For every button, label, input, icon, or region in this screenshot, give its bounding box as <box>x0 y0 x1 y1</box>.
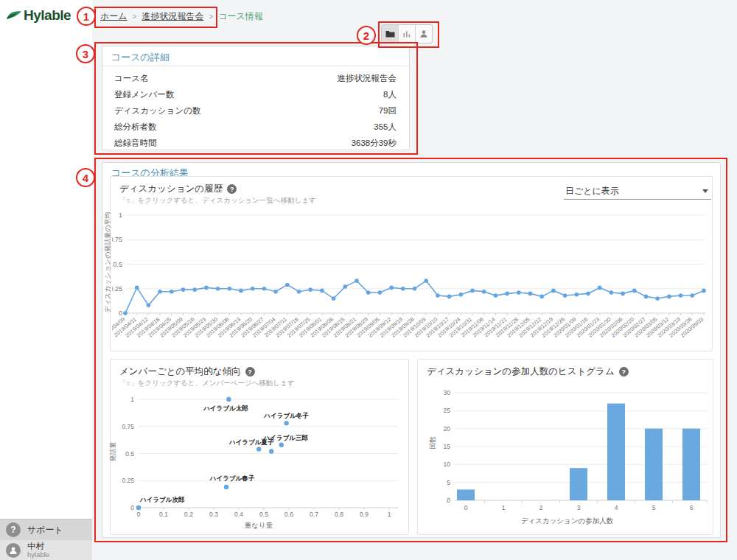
folder-view-button[interactable] <box>382 25 399 43</box>
bar-chart-icon <box>402 29 411 38</box>
help-icon[interactable] <box>619 367 629 377</box>
detail-row-recording-time: 総録音時間 3638分39秒 <box>114 138 397 153</box>
display-unit-value: 日ごとに表示 <box>565 185 619 197</box>
scatter-ylabel: 発話量 <box>108 442 118 462</box>
detail-row-discussions: ディスカッションの数 79回 <box>114 105 397 120</box>
member-view-button[interactable] <box>416 25 432 43</box>
help-icon[interactable] <box>227 184 237 194</box>
detail-row-members: 登録メンバー数 8人 <box>114 89 397 104</box>
breadcrumb-separator: > <box>209 13 213 21</box>
discussion-history-card: ディスカッションの履歴 「○」をクリックすると、ディスカッション一覧へ移動します… <box>110 176 713 351</box>
svg-text:0.5: 0.5 <box>113 261 122 268</box>
svg-text:0.75: 0.75 <box>122 423 134 430</box>
participants-histogram-title: ディスカッションの参加人数のヒストグラム <box>427 365 615 378</box>
histogram-ylabel: 回数 <box>428 436 438 449</box>
member-tendency-title: メンバーごとの平均的な傾向 <box>119 365 241 378</box>
detail-label: 総録音時間 <box>114 138 157 149</box>
svg-text:15: 15 <box>444 443 451 450</box>
screen: Hylable ? サポート 中村 hylable ホーム > 進捗状況報告会 <box>0 0 737 560</box>
svg-text:6: 6 <box>690 504 694 511</box>
svg-text:0.2: 0.2 <box>184 511 193 518</box>
sidebar-bottom: ? サポート 中村 hylable <box>0 519 92 560</box>
detail-value: 進捗状況報告会 <box>338 73 397 84</box>
help-icon[interactable] <box>245 367 255 377</box>
participants-histogram-chart: 0510152025300123456 <box>425 377 714 514</box>
member-tendency-subtitle: 「○」をクリックすると、メンバーページへ移動します <box>119 379 295 388</box>
svg-text:ハイラブル次郎: ハイラブル次郎 <box>139 496 185 503</box>
svg-text:0.7: 0.7 <box>310 511 318 518</box>
detail-label: 登録メンバー数 <box>114 89 174 100</box>
support-label: サポート <box>27 524 63 536</box>
svg-text:0.5: 0.5 <box>125 450 134 458</box>
svg-text:ハイラブル夏子: ハイラブル夏子 <box>228 438 274 446</box>
participants-histogram-card: ディスカッションの参加人数のヒストグラム 0510152025300123456… <box>417 359 713 535</box>
svg-text:0.5: 0.5 <box>259 511 268 518</box>
chart-view-button[interactable] <box>399 25 416 43</box>
detail-row-analyzed: 総分析者数 355人 <box>114 122 397 136</box>
svg-text:0: 0 <box>464 504 468 511</box>
member-tendency-chart[interactable]: 00.250.50.75100.10.20.30.40.50.60.70.80.… <box>112 391 405 523</box>
display-unit-select[interactable]: 日ごとに表示 <box>564 183 711 200</box>
svg-text:0.3: 0.3 <box>209 511 218 518</box>
person-icon <box>419 29 428 38</box>
main-content: ホーム > 進捗状況報告会 > コース情報 <box>92 0 737 560</box>
svg-text:0.1: 0.1 <box>159 511 168 518</box>
logo-text: Hylable <box>24 7 71 24</box>
divider <box>102 66 409 66</box>
analysis-results-card: コースの分析結果 ディスカッションの履歴 「○」をクリックすると、ディスカッショ… <box>102 162 721 538</box>
svg-text:30: 30 <box>444 389 451 396</box>
breadcrumb-home[interactable]: ホーム <box>100 10 128 23</box>
svg-text:0.8: 0.8 <box>335 511 343 518</box>
detail-label: コース名 <box>114 73 149 84</box>
svg-text:20: 20 <box>444 425 451 433</box>
user-avatar-icon <box>6 543 21 558</box>
question-icon: ? <box>6 522 21 537</box>
detail-row-course-name: コース名 進捗状況報告会 <box>114 73 397 88</box>
detail-label: 総分析者数 <box>114 122 157 133</box>
svg-text:5: 5 <box>652 504 656 511</box>
breadcrumb-separator: > <box>133 13 137 21</box>
course-details-title: コースの詳細 <box>111 51 170 64</box>
line-chart-ylabel: ディスカッションの発話量の平均 <box>103 211 113 312</box>
detail-label: ディスカッションの数 <box>114 105 200 116</box>
view-toolbar <box>381 24 433 43</box>
svg-text:1: 1 <box>119 211 122 219</box>
leaf-icon <box>6 9 22 22</box>
member-tendency-card: メンバーごとの平均的な傾向 「○」をクリックすると、メンバーページへ移動します … <box>110 359 409 535</box>
svg-text:10: 10 <box>444 461 451 468</box>
breadcrumb-current: コース情報 <box>218 10 263 23</box>
svg-text:0: 0 <box>137 511 141 518</box>
chevron-down-icon <box>702 189 708 193</box>
logo[interactable]: Hylable <box>6 7 71 24</box>
sidebar-item-support[interactable]: ? サポート <box>0 519 92 540</box>
svg-text:25: 25 <box>444 407 451 414</box>
svg-text:1: 1 <box>502 504 506 511</box>
svg-text:3: 3 <box>577 504 581 511</box>
svg-text:0.4: 0.4 <box>234 511 243 518</box>
discussion-history-chart[interactable]: 00.250.50.7512019/04/092019/04/112019/04… <box>112 206 709 349</box>
svg-text:1: 1 <box>130 396 134 403</box>
scatter-xlabel: 重なり量 <box>112 521 405 531</box>
svg-text:2: 2 <box>539 504 543 511</box>
svg-text:0.25: 0.25 <box>112 285 122 293</box>
discussion-history-subtitle: 「○」をクリックすると、ディスカッション一覧へ移動します <box>119 196 316 206</box>
discussion-history-title: ディスカッションの履歴 <box>119 183 223 195</box>
svg-text:0.9: 0.9 <box>360 511 368 518</box>
sidebar-item-user[interactable]: 中村 hylable <box>0 540 92 560</box>
svg-text:ハイラブル太郎: ハイラブル太郎 <box>203 405 248 412</box>
svg-text:0: 0 <box>447 497 450 504</box>
detail-value: 79回 <box>379 105 397 116</box>
svg-text:0.6: 0.6 <box>284 511 293 518</box>
histogram-xlabel: ディスカッションの参加人数 <box>425 517 709 526</box>
svg-text:4: 4 <box>615 504 618 511</box>
svg-text:5: 5 <box>447 479 450 486</box>
breadcrumb-course[interactable]: 進捗状況報告会 <box>142 10 203 23</box>
detail-value: 3638分39秒 <box>352 138 397 149</box>
svg-text:0: 0 <box>130 504 134 511</box>
sidebar: Hylable ? サポート 中村 hylable <box>0 0 92 560</box>
course-details-card: コースの詳細 コース名 進捗状況報告会 登録メンバー数 8人 ディスカッションの… <box>102 46 410 150</box>
svg-text:0.75: 0.75 <box>112 236 122 243</box>
detail-value: 8人 <box>383 89 397 100</box>
svg-text:1: 1 <box>388 511 391 518</box>
breadcrumb: ホーム > 進捗状況報告会 > コース情報 <box>100 10 263 23</box>
